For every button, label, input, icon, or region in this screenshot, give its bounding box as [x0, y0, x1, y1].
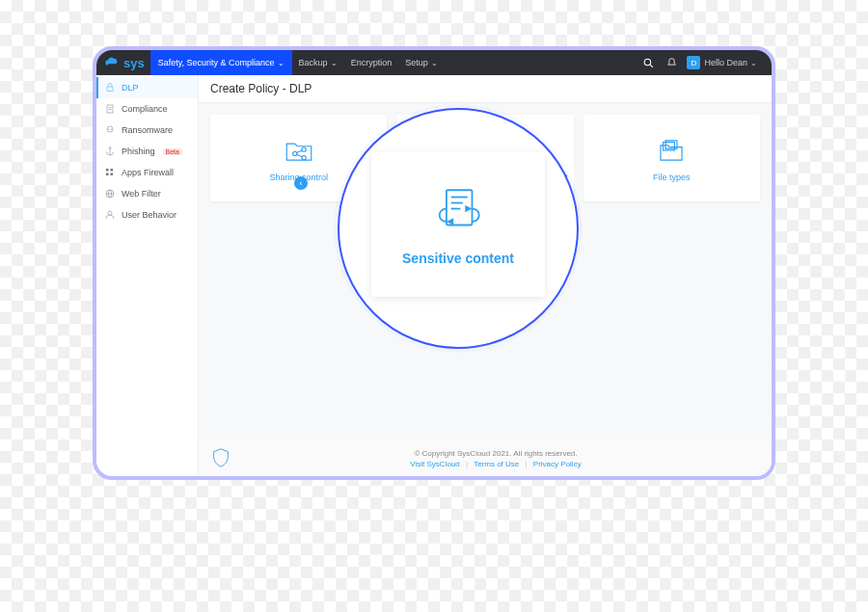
sidebar-label: Compliance — [122, 104, 168, 114]
svg-rect-12 — [106, 173, 109, 176]
svg-rect-3 — [107, 105, 113, 113]
magnified-card-label: Sensitive content — [402, 251, 514, 266]
svg-point-6 — [107, 126, 113, 132]
nav-backup[interactable]: Backup⌄ — [292, 50, 344, 75]
svg-point-18 — [108, 211, 112, 215]
sidebar-collapse-button[interactable]: ‹ — [294, 176, 308, 190]
sidebar-label: Apps Firewall — [122, 168, 174, 177]
sidebar-item-user-behavior[interactable]: User Behavior — [96, 204, 198, 226]
sidebar-item-dlp[interactable]: DLP — [96, 77, 198, 98]
beta-badge: Beta — [163, 148, 182, 155]
user-greeting[interactable]: Hello Dean⌄ — [704, 50, 764, 75]
svg-point-20 — [302, 147, 306, 151]
topbar: sys Safety, Security & Compliance⌄ Backu… — [96, 50, 772, 75]
svg-rect-2 — [107, 87, 113, 92]
card-file-types[interactable]: File types — [583, 115, 760, 201]
sidebar-item-ransomware[interactable]: Ransomware — [96, 120, 198, 141]
sidebar-label: User Behavior — [122, 210, 176, 220]
page-title: Create Policy - DLP — [199, 75, 772, 103]
sidebar: DLP Compliance Ransomware Phishing Beta … — [96, 75, 199, 476]
magnified-card-sensitive-content[interactable]: Sensitive content — [371, 152, 545, 297]
user-icon — [104, 209, 116, 221]
svg-point-19 — [292, 151, 296, 155]
svg-rect-14 — [111, 173, 114, 176]
svg-point-21 — [302, 156, 306, 160]
svg-point-9 — [109, 147, 111, 149]
footer-link-privacy[interactable]: Privacy Policy — [533, 460, 582, 468]
chevron-down-icon: ⌄ — [431, 59, 438, 67]
chevron-left-icon: ‹ — [300, 178, 303, 188]
svg-line-23 — [296, 154, 302, 157]
grid-icon — [104, 167, 116, 178]
sidebar-label: DLP — [122, 83, 139, 93]
sidebar-item-phishing[interactable]: Phishing Beta — [96, 141, 198, 162]
nav-setup[interactable]: Setup⌄ — [398, 50, 445, 75]
user-avatar[interactable]: D — [687, 56, 700, 69]
search-icon[interactable] — [641, 56, 655, 69]
sidebar-label: Phishing — [122, 146, 155, 156]
bell-icon[interactable] — [665, 56, 678, 69]
share-folder-icon — [283, 134, 315, 167]
nav-encryption[interactable]: Encryption — [344, 50, 399, 75]
svg-rect-11 — [106, 169, 109, 172]
sidebar-item-web-filter[interactable]: Web Filter — [96, 183, 198, 204]
footer: © Copyright SysCloud 2021. All rights re… — [199, 441, 772, 476]
card-label: File types — [653, 173, 691, 182]
lock-icon — [104, 82, 116, 93]
document-icon — [104, 103, 116, 115]
sidebar-label: Web Filter — [122, 189, 161, 199]
chevron-down-icon: ⌄ — [331, 59, 338, 67]
nav-tab-safety[interactable]: Safety, Security & Compliance⌄ — [150, 50, 292, 75]
svg-line-22 — [296, 150, 302, 153]
files-folder-icon — [655, 134, 688, 167]
svg-point-0 — [644, 59, 651, 65]
svg-point-8 — [111, 129, 112, 130]
footer-link-visit[interactable]: Visit SysCloud — [410, 460, 459, 468]
chevron-down-icon: ⌄ — [278, 59, 285, 67]
footer-link-terms[interactable]: Terms of Use — [474, 460, 519, 468]
badge-icon — [210, 447, 231, 470]
sensitive-document-icon — [430, 183, 486, 239]
sidebar-item-compliance[interactable]: Compliance — [96, 98, 198, 120]
magnifier-overlay: Sensitive content — [338, 108, 579, 349]
chevron-down-icon: ⌄ — [750, 59, 757, 67]
svg-line-1 — [650, 65, 653, 67]
cloud-icon — [104, 55, 120, 70]
sidebar-item-apps-firewall[interactable]: Apps Firewall — [96, 162, 198, 183]
globe-icon — [104, 188, 116, 200]
brand-logo[interactable]: sys — [104, 55, 145, 70]
svg-rect-13 — [111, 169, 114, 172]
anchor-icon — [104, 146, 116, 157]
skull-icon — [104, 124, 116, 136]
svg-point-7 — [108, 129, 109, 130]
copyright: © Copyright SysCloud 2021. All rights re… — [231, 449, 760, 458]
sidebar-label: Ransomware — [122, 125, 173, 135]
